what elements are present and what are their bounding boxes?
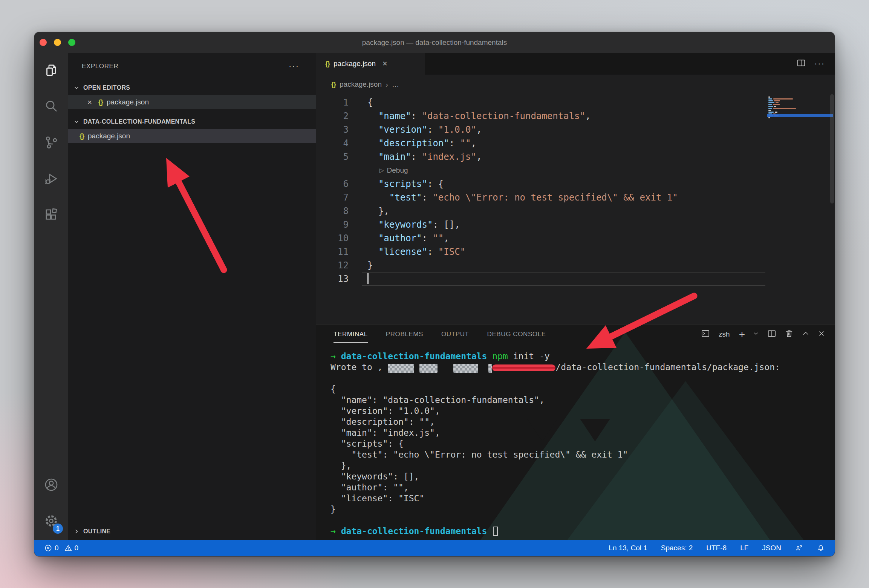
breadcrumb-file[interactable]: package.json [340,80,382,89]
activity-explorer[interactable] [34,53,68,89]
explorer-actions-button[interactable]: ··· [289,61,299,71]
json-file-icon: {} [80,132,84,140]
terminal-output[interactable]: → data-collection-fundamentals npm init … [316,344,835,540]
json-file-icon: {} [98,98,103,106]
panel-header: TERMINALPROBLEMSOUTPUTDEBUG CONSOLE zsh … [316,325,835,344]
errors-icon [44,544,52,552]
language-status[interactable]: JSON [762,544,781,552]
feedback-icon[interactable] [795,544,803,552]
editor-actions-icon[interactable]: ··· [814,59,825,69]
line-number: 4 [316,136,349,150]
new-terminal-button[interactable]: + [739,329,745,340]
terminal-line-2: Wrote to , /data-collection-fundamentals… [330,362,827,373]
split-editor-icon[interactable] [796,58,806,69]
activity-run-debug[interactable] [34,161,68,198]
close-editor-icon[interactable]: × [85,98,95,107]
files-icon [43,62,59,80]
terminal-line-9: "scripts": { [330,438,827,449]
encoding-status[interactable]: UTF-8 [706,544,727,552]
line-number: 12 [316,259,349,272]
code-line-4[interactable]: 4 "description": "", [316,136,835,150]
open-editors-section[interactable]: OPEN EDITORS [68,81,316,95]
extensions-icon [43,207,59,224]
panel-tab-terminal[interactable]: TERMINAL [334,325,368,344]
open-editor-file-label: package.json [107,98,149,106]
terminal-line-1: → data-collection-fundamentals npm init … [330,351,827,362]
panel-tab-debug-console[interactable]: DEBUG CONSOLE [487,325,546,344]
chevron-right-icon [72,527,81,536]
line-number: 9 [316,218,349,231]
redacted-pixelated-block [388,364,414,373]
panel-tab-problems[interactable]: PROBLEMS [386,325,423,344]
eol-status[interactable]: LF [740,544,748,552]
terminal-line-3 [330,373,827,384]
editor-scrollbar[interactable] [830,94,834,204]
code-line-1[interactable]: 1{ [316,96,835,109]
code-line-12[interactable]: 12} [316,259,835,272]
code-line-2[interactable]: 2 "name": "data-collection-fundamentals"… [316,109,835,123]
terminal-line-4: { [330,384,827,395]
activity-source-control[interactable] [34,125,68,161]
shell-label[interactable]: zsh [719,330,730,338]
settings-badge: 1 [53,524,63,534]
code-line-11[interactable]: 11 "license": "ISC" [316,245,835,259]
problems-status[interactable]: 0 0 [44,544,78,552]
code-line-5[interactable]: 5 "main": "index.js", [316,150,835,164]
terminal-line-16 [330,515,827,526]
maximize-panel-icon[interactable] [802,329,810,339]
outline-section[interactable]: OUTLINE [68,523,316,540]
code-line-7[interactable]: 7 "test": "echo \"Error: no test specifi… [316,191,835,204]
code-editor[interactable]: 1{2 "name": "data-collection-fundamental… [316,94,835,324]
activity-settings[interactable]: 1 [34,504,68,540]
activity-extensions[interactable] [34,198,68,234]
redacted-red-marker [492,364,555,371]
indentation-status[interactable]: Spaces: 2 [661,544,693,552]
kill-terminal-icon[interactable] [784,329,794,340]
tab-close-icon[interactable]: × [382,59,387,69]
terminal-line-5: "name": "data-collection-fundamentals", [330,395,827,406]
line-number: 3 [316,123,349,136]
code-line-9[interactable]: 9 "keywords": [], [316,218,835,231]
json-file-icon: {} [331,81,336,89]
redacted-pixelated-block [488,364,492,373]
warnings-count: 0 [75,544,79,552]
tree-item-package-json[interactable]: {} package.json [68,129,316,143]
tab-package-json[interactable]: {} package.json × [316,53,425,75]
terminal-line-12: "keywords": [], [330,471,827,482]
activity-accounts[interactable] [34,467,68,504]
code-line-6[interactable]: 6 "scripts": { [316,177,835,191]
line-number: 8 [316,204,349,218]
open-editor-package-json[interactable]: × {} package.json [68,95,316,109]
notifications-bell-icon[interactable] [817,544,825,552]
codelens-debug[interactable]: ▷Debug [316,164,835,177]
code-line-3[interactable]: 3 "version": "1.0.0", [316,123,835,136]
line-number: 11 [316,245,349,259]
folder-section[interactable]: DATA-COLLECTION-FUNDAMENTALS [68,115,316,129]
activity-search[interactable] [34,89,68,125]
code-line-8[interactable]: 8 }, [316,204,835,218]
breadcrumb[interactable]: {} package.json › … [316,75,835,94]
run-debug-icon [43,171,59,188]
errors-count: 0 [55,544,59,552]
terminal-line-11: }, [330,460,827,471]
split-terminal-icon[interactable] [767,329,777,340]
panel-tab-output[interactable]: OUTPUT [441,325,469,344]
line-number: 10 [316,231,349,245]
editor-group: {} package.json × ··· {} [316,53,835,324]
terminal-line-8: "main": "index.js", [330,427,827,438]
minimap-current-line [767,114,833,117]
explorer-sidebar: EXPLORER ··· OPEN EDITORS × {} package.j… [68,53,316,540]
account-icon [43,477,59,494]
desktop: { "window": { "title": "package.json — d… [0,0,869,588]
minimap[interactable] [766,96,830,116]
code-line-10[interactable]: 10 "author": "", [316,231,835,245]
terminal-line-6: "version": "1.0.0", [330,406,827,416]
cursor-position-status[interactable]: Ln 13, Col 1 [609,544,647,552]
indent-guide [369,109,369,259]
close-panel-icon[interactable] [817,329,826,339]
tab-bar: {} package.json × ··· [316,53,835,75]
breadcrumb-more[interactable]: … [392,80,399,89]
redacted-pixelated-block [453,364,478,373]
title-bar[interactable]: package.json — data-collection-fundament… [34,32,835,53]
terminal-dropdown-icon[interactable] [753,330,759,338]
